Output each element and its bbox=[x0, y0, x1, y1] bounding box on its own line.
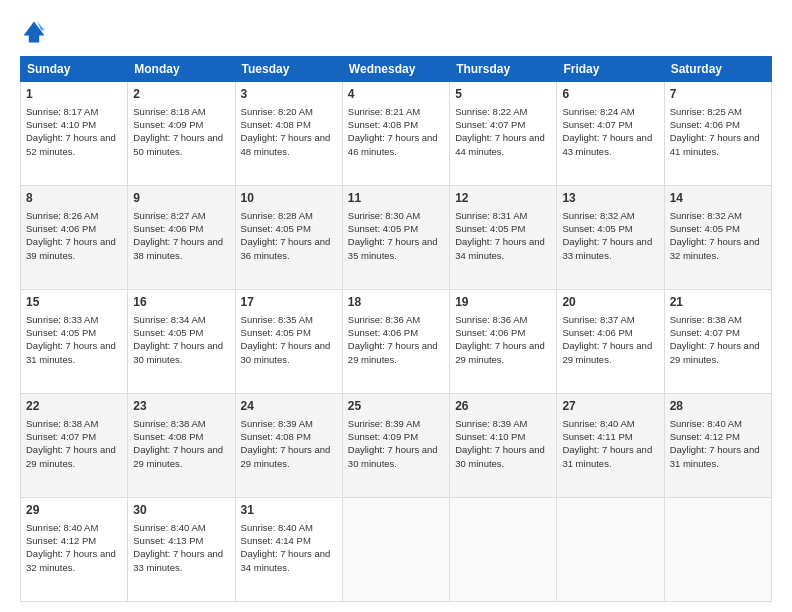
day-number: 25 bbox=[348, 398, 444, 415]
sunrise-text: Sunrise: 8:32 AM bbox=[670, 210, 742, 221]
sunset-text: Sunset: 4:05 PM bbox=[133, 327, 203, 338]
week-row-2: 8Sunrise: 8:26 AMSunset: 4:06 PMDaylight… bbox=[21, 186, 772, 290]
calendar-cell: 24Sunrise: 8:39 AMSunset: 4:08 PMDayligh… bbox=[235, 394, 342, 498]
day-number: 7 bbox=[670, 86, 766, 103]
day-number: 6 bbox=[562, 86, 658, 103]
day-number: 13 bbox=[562, 190, 658, 207]
sunset-text: Sunset: 4:11 PM bbox=[562, 431, 632, 442]
sunset-text: Sunset: 4:06 PM bbox=[562, 327, 632, 338]
sunrise-text: Sunrise: 8:31 AM bbox=[455, 210, 527, 221]
calendar-header: SundayMondayTuesdayWednesdayThursdayFrid… bbox=[21, 57, 772, 82]
day-number: 16 bbox=[133, 294, 229, 311]
sunset-text: Sunset: 4:06 PM bbox=[348, 327, 418, 338]
sunset-text: Sunset: 4:09 PM bbox=[348, 431, 418, 442]
sunrise-text: Sunrise: 8:40 AM bbox=[670, 418, 742, 429]
sunset-text: Sunset: 4:05 PM bbox=[562, 223, 632, 234]
day-number: 19 bbox=[455, 294, 551, 311]
calendar-cell: 19Sunrise: 8:36 AMSunset: 4:06 PMDayligh… bbox=[450, 290, 557, 394]
sunrise-text: Sunrise: 8:38 AM bbox=[26, 418, 98, 429]
day-number: 21 bbox=[670, 294, 766, 311]
day-header-saturday: Saturday bbox=[664, 57, 771, 82]
day-number: 4 bbox=[348, 86, 444, 103]
calendar-cell: 9Sunrise: 8:27 AMSunset: 4:06 PMDaylight… bbox=[128, 186, 235, 290]
sunset-text: Sunset: 4:14 PM bbox=[241, 535, 311, 546]
sunrise-text: Sunrise: 8:39 AM bbox=[241, 418, 313, 429]
day-number: 29 bbox=[26, 502, 122, 519]
sunrise-text: Sunrise: 8:36 AM bbox=[348, 314, 420, 325]
sunrise-text: Sunrise: 8:38 AM bbox=[670, 314, 742, 325]
day-number: 31 bbox=[241, 502, 337, 519]
sunset-text: Sunset: 4:07 PM bbox=[670, 327, 740, 338]
sunset-text: Sunset: 4:05 PM bbox=[670, 223, 740, 234]
sunset-text: Sunset: 4:08 PM bbox=[241, 431, 311, 442]
day-number: 3 bbox=[241, 86, 337, 103]
day-number: 20 bbox=[562, 294, 658, 311]
sunset-text: Sunset: 4:10 PM bbox=[455, 431, 525, 442]
sunrise-text: Sunrise: 8:22 AM bbox=[455, 106, 527, 117]
daylight-text: Daylight: 7 hours and 31 minutes. bbox=[26, 340, 116, 364]
sunset-text: Sunset: 4:07 PM bbox=[455, 119, 525, 130]
day-number: 2 bbox=[133, 86, 229, 103]
calendar-cell bbox=[557, 498, 664, 602]
calendar-cell: 2Sunrise: 8:18 AMSunset: 4:09 PMDaylight… bbox=[128, 82, 235, 186]
day-number: 26 bbox=[455, 398, 551, 415]
calendar-cell bbox=[450, 498, 557, 602]
sunrise-text: Sunrise: 8:36 AM bbox=[455, 314, 527, 325]
sunset-text: Sunset: 4:06 PM bbox=[670, 119, 740, 130]
daylight-text: Daylight: 7 hours and 34 minutes. bbox=[455, 236, 545, 260]
calendar-cell bbox=[664, 498, 771, 602]
sunrise-text: Sunrise: 8:40 AM bbox=[241, 522, 313, 533]
sunrise-text: Sunrise: 8:25 AM bbox=[670, 106, 742, 117]
calendar-cell: 18Sunrise: 8:36 AMSunset: 4:06 PMDayligh… bbox=[342, 290, 449, 394]
calendar-cell: 17Sunrise: 8:35 AMSunset: 4:05 PMDayligh… bbox=[235, 290, 342, 394]
calendar-cell: 21Sunrise: 8:38 AMSunset: 4:07 PMDayligh… bbox=[664, 290, 771, 394]
daylight-text: Daylight: 7 hours and 50 minutes. bbox=[133, 132, 223, 156]
daylight-text: Daylight: 7 hours and 52 minutes. bbox=[26, 132, 116, 156]
week-row-3: 15Sunrise: 8:33 AMSunset: 4:05 PMDayligh… bbox=[21, 290, 772, 394]
calendar-cell: 7Sunrise: 8:25 AMSunset: 4:06 PMDaylight… bbox=[664, 82, 771, 186]
daylight-text: Daylight: 7 hours and 39 minutes. bbox=[26, 236, 116, 260]
sunset-text: Sunset: 4:09 PM bbox=[133, 119, 203, 130]
sunset-text: Sunset: 4:05 PM bbox=[348, 223, 418, 234]
daylight-text: Daylight: 7 hours and 29 minutes. bbox=[241, 444, 331, 468]
calendar-cell: 13Sunrise: 8:32 AMSunset: 4:05 PMDayligh… bbox=[557, 186, 664, 290]
calendar-cell: 8Sunrise: 8:26 AMSunset: 4:06 PMDaylight… bbox=[21, 186, 128, 290]
sunrise-text: Sunrise: 8:33 AM bbox=[26, 314, 98, 325]
calendar-cell: 4Sunrise: 8:21 AMSunset: 4:08 PMDaylight… bbox=[342, 82, 449, 186]
calendar-cell: 27Sunrise: 8:40 AMSunset: 4:11 PMDayligh… bbox=[557, 394, 664, 498]
sunrise-text: Sunrise: 8:28 AM bbox=[241, 210, 313, 221]
calendar-cell: 11Sunrise: 8:30 AMSunset: 4:05 PMDayligh… bbox=[342, 186, 449, 290]
daylight-text: Daylight: 7 hours and 33 minutes. bbox=[562, 236, 652, 260]
daylight-text: Daylight: 7 hours and 31 minutes. bbox=[562, 444, 652, 468]
sunrise-text: Sunrise: 8:30 AM bbox=[348, 210, 420, 221]
sunrise-text: Sunrise: 8:40 AM bbox=[562, 418, 634, 429]
logo bbox=[20, 18, 52, 46]
day-number: 10 bbox=[241, 190, 337, 207]
daylight-text: Daylight: 7 hours and 32 minutes. bbox=[26, 548, 116, 572]
calendar-cell: 23Sunrise: 8:38 AMSunset: 4:08 PMDayligh… bbox=[128, 394, 235, 498]
sunrise-text: Sunrise: 8:35 AM bbox=[241, 314, 313, 325]
daylight-text: Daylight: 7 hours and 43 minutes. bbox=[562, 132, 652, 156]
daylight-text: Daylight: 7 hours and 31 minutes. bbox=[670, 444, 760, 468]
sunset-text: Sunset: 4:08 PM bbox=[241, 119, 311, 130]
sunset-text: Sunset: 4:06 PM bbox=[455, 327, 525, 338]
day-header-wednesday: Wednesday bbox=[342, 57, 449, 82]
day-number: 24 bbox=[241, 398, 337, 415]
day-number: 22 bbox=[26, 398, 122, 415]
day-number: 9 bbox=[133, 190, 229, 207]
daylight-text: Daylight: 7 hours and 30 minutes. bbox=[455, 444, 545, 468]
daylight-text: Daylight: 7 hours and 38 minutes. bbox=[133, 236, 223, 260]
week-row-4: 22Sunrise: 8:38 AMSunset: 4:07 PMDayligh… bbox=[21, 394, 772, 498]
calendar-cell: 14Sunrise: 8:32 AMSunset: 4:05 PMDayligh… bbox=[664, 186, 771, 290]
sunset-text: Sunset: 4:08 PM bbox=[348, 119, 418, 130]
daylight-text: Daylight: 7 hours and 48 minutes. bbox=[241, 132, 331, 156]
sunrise-text: Sunrise: 8:38 AM bbox=[133, 418, 205, 429]
sunrise-text: Sunrise: 8:20 AM bbox=[241, 106, 313, 117]
day-number: 30 bbox=[133, 502, 229, 519]
calendar-cell: 28Sunrise: 8:40 AMSunset: 4:12 PMDayligh… bbox=[664, 394, 771, 498]
calendar-cell: 3Sunrise: 8:20 AMSunset: 4:08 PMDaylight… bbox=[235, 82, 342, 186]
sunset-text: Sunset: 4:10 PM bbox=[26, 119, 96, 130]
day-number: 18 bbox=[348, 294, 444, 311]
calendar-cell: 6Sunrise: 8:24 AMSunset: 4:07 PMDaylight… bbox=[557, 82, 664, 186]
page: SundayMondayTuesdayWednesdayThursdayFrid… bbox=[0, 0, 792, 612]
